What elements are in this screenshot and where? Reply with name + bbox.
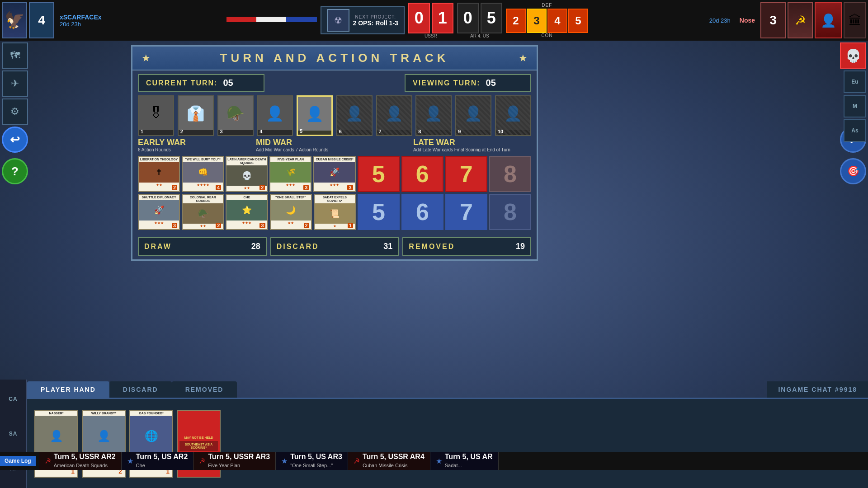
card-che[interactable]: CHE ⭐ ★★★ 3 <box>226 194 268 230</box>
opponent-info: 20d 23h Nose 3 ☭ 👤 🏛 <box>709 2 868 38</box>
bottom-tabs: PLAYER HAND DISCARD REMOVED INGAME CHAT … <box>27 381 868 398</box>
turn-9-dark-blue[interactable]: 8 <box>489 194 531 230</box>
draw-box: DRAW 28 <box>138 237 267 256</box>
sea-scoring-title: SOUTHEAST ASIA SCORING* <box>181 443 216 449</box>
card-bury-you[interactable]: "WE WILL BURY YOU"* 👊 ★★★★ 4 <box>182 156 224 192</box>
score-right-1: 0 <box>457 3 479 33</box>
card-num-bury: 4 <box>216 185 221 190</box>
portrait-1[interactable]: 🎖 1 <box>138 95 174 136</box>
gear-icon-btn[interactable]: ⚙ <box>2 99 28 125</box>
card-img-liberation: ✝ <box>139 162 179 183</box>
turn-8-blue[interactable]: 7 <box>445 194 487 230</box>
opponent-portrait: 👤 <box>815 2 842 38</box>
card-sadat[interactable]: SADAT EXPELS SOVIETS* 📜 ★ 1 <box>314 194 356 230</box>
turn-6-blue[interactable]: 5 <box>358 194 400 230</box>
center-top: ☢ NEXT PROJECT: 2 OPS: Roll 1-3 0 1 USSR… <box>226 3 588 38</box>
defcon-2: 2 <box>506 9 526 33</box>
log-us-icon-5: ★ <box>436 457 442 465</box>
tab-player-hand[interactable]: PLAYER HAND <box>27 381 109 398</box>
log-us-icon-1: ★ <box>127 457 133 465</box>
region-ca: CA <box>9 396 17 402</box>
plane-icon-btn[interactable]: ✈ <box>2 70 28 97</box>
region-as: As <box>844 119 866 142</box>
card-img-che: ⭐ <box>226 200 267 221</box>
viewing-turn-box: VIEWING TURN: 05 <box>405 74 531 92</box>
card-small-step[interactable]: "ONE SMALL STEP" 🌙 ★★ 2 <box>270 194 312 230</box>
ingame-chat-tab[interactable]: INGAME CHAT #9918 <box>767 381 868 398</box>
card-num-shuttle: 3 <box>172 223 177 228</box>
portrait-8[interactable]: 👤 8 <box>415 95 452 136</box>
card-img-small-step: 🌙 <box>271 200 311 221</box>
opponent-building-icon: 🏛 <box>844 2 866 38</box>
tab-discard[interactable]: DISCARD <box>109 381 172 398</box>
player-info: 🦅 4 xSCARFACEx 20d 23h <box>0 2 105 38</box>
game-log-label: Game Log <box>0 456 36 466</box>
score-left-1: 0 <box>408 3 430 33</box>
score-right-section: 0 5 AR 4: US <box>457 3 502 38</box>
card-num-five-year: 3 <box>303 185 309 190</box>
portrait-4[interactable]: 👤 4 <box>257 95 293 136</box>
portrait-10[interactable]: 👤 10 <box>495 95 531 136</box>
turn-7-red[interactable]: 6 <box>401 156 443 192</box>
card-five-year[interactable]: FIVE-YEAR PLAN 🌾 ★★★ 3 <box>269 156 311 192</box>
top-bar: 🦅 4 xSCARFACEx 20d 23h ☢ NEXT PROJECT: 2… <box>0 0 868 41</box>
region-m: M <box>844 95 866 117</box>
turn-9-dark[interactable]: 8 <box>489 156 531 192</box>
card-img-bury: 👊 <box>183 162 223 183</box>
opponent-card-box: 3 <box>760 2 786 38</box>
card-shuttle[interactable]: SHUTTLE DIPLOMACY 🚀 ★★★ 3 <box>138 194 180 230</box>
player-flag: 🦅 <box>2 2 27 38</box>
portrait-2[interactable]: 👔 2 <box>178 95 214 136</box>
log-entry-3: ★ Turn 5, US AR3 "One Small Step..." <box>276 452 348 470</box>
portrait-3[interactable]: 🪖 3 <box>217 95 254 136</box>
turn-8-red[interactable]: 7 <box>445 156 487 192</box>
turn-6-red[interactable]: 5 <box>358 156 400 192</box>
log-entry-5: ★ Turn 5, US AR Sadat... <box>430 452 499 470</box>
map-icon-btn[interactable]: 🗺 <box>2 42 28 69</box>
current-turn-box: CURRENT TURN: 05 <box>138 74 264 92</box>
log-ussr-icon-2: ☭ <box>199 457 205 465</box>
early-war-label: EARLY WAR <box>138 138 256 147</box>
tab-removed[interactable]: REMOVED <box>172 381 237 398</box>
ussr-icon: ☭ <box>795 13 806 28</box>
removed-label: REMOVED <box>409 243 455 251</box>
card-cuban-missile[interactable]: CUBAN MISSILE CRISIS* 🚀 ★★★ 3 <box>313 156 355 192</box>
current-turn-label: CURRENT TURN: <box>146 79 217 87</box>
late-war-label: LATE WAR <box>413 138 531 147</box>
opponent-timer: 20d 23h <box>709 17 734 24</box>
defcon-4: 4 <box>547 9 567 33</box>
score-right-box: 0 5 <box>457 3 502 33</box>
next-project-text: NEXT PROJECT: 2 OPS: Roll 1-3 <box>353 14 398 27</box>
target-button[interactable]: 🎯 <box>840 158 866 184</box>
mid-war-label: MID WAR <box>256 138 413 147</box>
portrait-9[interactable]: 👤 9 <box>455 95 491 136</box>
score-section: 0 1 USSR <box>408 3 453 38</box>
cards-area: LIBERATION THEOLOGY ✝ ★★ 2 "WE WILL BURY… <box>132 154 537 234</box>
undo-button[interactable]: ↩ <box>2 127 28 153</box>
building-icon: 🏛 <box>849 13 861 28</box>
card-img-five-year: 🌾 <box>270 162 311 183</box>
removed-value: 19 <box>516 242 525 251</box>
next-project-value: 2 OPS: Roll 1-3 <box>353 19 398 27</box>
viewing-turn-value: 05 <box>486 78 496 88</box>
nasser-img: 👤 <box>35 416 77 456</box>
defcon-nums: 2 3 4 5 <box>506 9 588 33</box>
log-entry-0: ☭ Turn 5, USSR AR2 American Death Squads <box>39 452 122 470</box>
player-hand-area: NASSER* 👤 ★ 1 WILLY BRANDT* 👤 ★★ 2 OAS F… <box>27 398 868 488</box>
portrait-6[interactable]: 👤 6 <box>336 95 373 136</box>
card-latin-death[interactable]: LATIN AMERICAN DEATH SQUADS 💀 ★★ 2 <box>226 156 268 192</box>
turn-7-blue[interactable]: 6 <box>401 194 443 230</box>
defcon-label-def: DEF <box>542 3 552 8</box>
card-liberation-theology[interactable]: LIBERATION THEOLOGY ✝ ★★ 2 <box>138 156 180 192</box>
defcon-label-con: CON <box>541 33 552 38</box>
discard-box: DISCARD 31 <box>270 237 399 256</box>
portrait-5-active[interactable]: 👤 5 <box>297 95 333 136</box>
log-entry-1: ★ Turn 5, US AR2 Che <box>122 452 194 470</box>
dialog-title-bar: ★ TURN AND ACTION TRACK ★ <box>132 47 537 70</box>
card-colonial[interactable]: COLONIAL REAR GUARDS 🪖 ★★ 2 <box>182 194 224 230</box>
next-project-box: ☢ NEXT PROJECT: 2 OPS: Roll 1-3 <box>321 6 405 34</box>
turn-action-track-dialog: ★ TURN AND ACTION TRACK ★ CURRENT TURN: … <box>131 45 538 261</box>
portrait-7[interactable]: 👤 7 <box>376 95 412 136</box>
help-button[interactable]: ? <box>2 158 28 184</box>
eagle-icon: 🦅 <box>5 11 25 30</box>
